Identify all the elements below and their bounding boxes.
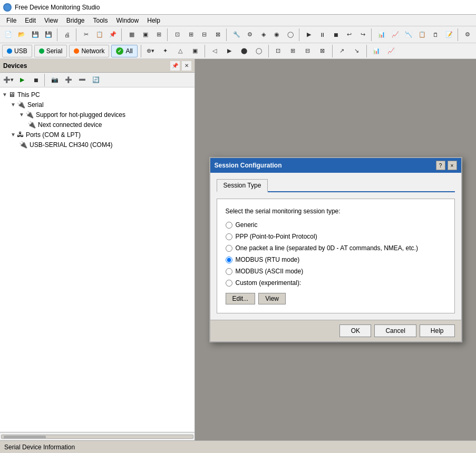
tb-btn20[interactable]: 📉 bbox=[402, 28, 415, 41]
menu-bridge[interactable]: Bridge bbox=[62, 16, 89, 25]
filter-btn15[interactable]: 📊 bbox=[370, 45, 383, 57]
add-device-dropdown[interactable]: ➕▾ bbox=[2, 74, 15, 86]
option-custom-label: Custom (experimental): bbox=[236, 279, 302, 287]
tb-btn21[interactable]: 📋 bbox=[416, 28, 429, 41]
paste-button[interactable]: 📌 bbox=[107, 28, 120, 41]
tb-btn24[interactable]: ⚙ bbox=[461, 28, 474, 41]
tb-btn15[interactable]: ⏹ bbox=[330, 28, 343, 41]
menu-view[interactable]: View bbox=[40, 16, 62, 25]
tb-btn7[interactable]: ⊠ bbox=[211, 28, 224, 41]
icon-ports: 🖧 bbox=[17, 131, 24, 139]
option-one-packet[interactable]: One packet a line (separated by 0D - AT … bbox=[226, 244, 446, 252]
ok-button[interactable]: OK bbox=[339, 324, 371, 337]
help-footer-button[interactable]: Help bbox=[420, 324, 455, 337]
tb-btn5[interactable]: ⊞ bbox=[184, 28, 197, 41]
menu-edit[interactable]: Edit bbox=[21, 16, 40, 25]
filter-usb-button[interactable]: USB bbox=[2, 45, 32, 57]
refresh-button[interactable]: 🔄 bbox=[90, 74, 102, 86]
edit-button[interactable]: Edit... bbox=[226, 293, 256, 304]
save-button[interactable]: 💾 bbox=[29, 28, 42, 41]
tree-item-usb-serial[interactable]: 🔌 USB-SERIAL CH340 (COM4) bbox=[17, 140, 195, 150]
tree-item-next-device[interactable]: 🔌 Next connected device bbox=[25, 120, 195, 130]
dialog-footer: OK Cancel Help bbox=[210, 320, 461, 341]
tb-btn3[interactable]: ⊞ bbox=[152, 28, 165, 41]
tree-scrollbar[interactable] bbox=[0, 432, 195, 440]
tb-btn14[interactable]: ⏸ bbox=[316, 28, 329, 41]
serial-icon bbox=[39, 48, 44, 54]
tb-btn12[interactable]: ◯ bbox=[284, 28, 297, 41]
pin-button[interactable]: 📌 bbox=[170, 61, 180, 71]
tb-btn23[interactable]: 📝 bbox=[443, 28, 455, 41]
cancel-button[interactable]: Cancel bbox=[374, 324, 416, 337]
filter-serial-button[interactable]: Serial bbox=[34, 45, 67, 57]
filter-btn4[interactable]: ▣ bbox=[189, 45, 201, 57]
remove-item-button[interactable]: ➖ bbox=[76, 74, 89, 86]
option-modbus-rtu[interactable]: MODBUS (RTU mode) bbox=[226, 256, 446, 263]
tb-btn16[interactable]: ↩ bbox=[343, 28, 356, 41]
open-button[interactable]: 📂 bbox=[16, 28, 28, 41]
tb-btn2[interactable]: ▣ bbox=[139, 28, 152, 41]
dialog-help-button[interactable]: ? bbox=[436, 161, 445, 170]
scroll-thumb bbox=[4, 436, 46, 439]
print-button[interactable]: 🖨 bbox=[61, 28, 74, 41]
view-button[interactable]: View bbox=[258, 293, 286, 304]
close-devices-button[interactable]: ✕ bbox=[182, 61, 191, 71]
tb-btn17[interactable]: ↪ bbox=[357, 28, 370, 41]
option-custom[interactable]: Custom (experimental): bbox=[226, 279, 446, 287]
add-item-button[interactable]: ➕ bbox=[62, 74, 75, 86]
filter-btn1[interactable]: ⊕▾ bbox=[144, 45, 157, 57]
filter-btn9[interactable]: ⊡ bbox=[272, 45, 285, 57]
tb-btn19[interactable]: 📈 bbox=[389, 28, 402, 41]
filter-btn14[interactable]: ↘ bbox=[351, 45, 363, 57]
filter-btn16[interactable]: 📈 bbox=[385, 45, 397, 57]
filter-btn2[interactable]: ✦ bbox=[159, 45, 172, 57]
menu-file[interactable]: File bbox=[2, 16, 21, 25]
tree-item-ports[interactable]: ▼ 🖧 Ports (COM & LPT) bbox=[8, 130, 195, 140]
filter-btn11[interactable]: ⊟ bbox=[302, 45, 314, 57]
tb-btn10[interactable]: ◈ bbox=[257, 28, 270, 41]
tb-btn13[interactable]: ▶ bbox=[303, 28, 316, 41]
tb-btn6[interactable]: ⊟ bbox=[198, 28, 211, 41]
status-text: Serial Device Information bbox=[4, 444, 75, 451]
tree-item-serial[interactable]: ▼ 🔌 Serial bbox=[8, 100, 195, 110]
save-all-button[interactable]: 💾 bbox=[43, 28, 55, 41]
devices-title: Devices bbox=[3, 62, 27, 70]
filter-btn7[interactable]: ⬤ bbox=[238, 45, 250, 57]
tb-btn18[interactable]: 📊 bbox=[375, 28, 388, 41]
tb-btn11[interactable]: ◉ bbox=[271, 28, 284, 41]
tree-item-this-pc[interactable]: ▼ 🖥 This PC bbox=[0, 90, 195, 100]
usb-icon bbox=[7, 48, 12, 54]
screenshot-button[interactable]: 📷 bbox=[48, 74, 61, 86]
tb-btn9[interactable]: ⚙ bbox=[244, 28, 256, 41]
arrow-ports: ▼ bbox=[11, 132, 16, 137]
dialog-close-button[interactable]: × bbox=[448, 161, 457, 170]
tb-btn1[interactable]: ▦ bbox=[125, 28, 138, 41]
start-button[interactable]: ▶ bbox=[16, 74, 28, 86]
filter-network-button[interactable]: Network bbox=[69, 45, 109, 57]
filter-btn3[interactable]: △ bbox=[174, 45, 187, 57]
filter-all-button[interactable]: ✓ All bbox=[111, 45, 137, 57]
tb-btn22[interactable]: 🗒 bbox=[429, 28, 442, 41]
option-ppp[interactable]: PPP (Point-to-Point Protocol) bbox=[226, 233, 446, 240]
tab-session-type[interactable]: Session Type bbox=[217, 179, 268, 192]
option-modbus-ascii[interactable]: MODBUS (ASCII mode) bbox=[226, 268, 446, 275]
filter-btn5[interactable]: ◁ bbox=[208, 45, 221, 57]
tb-btn4[interactable]: ⊡ bbox=[171, 28, 184, 41]
session-config-dialog: Session Configuration ? × Session Type S… bbox=[209, 157, 462, 342]
option-generic[interactable]: Generic bbox=[226, 221, 446, 229]
filter-btn10[interactable]: ⊞ bbox=[287, 45, 299, 57]
menu-tools[interactable]: Tools bbox=[89, 16, 112, 25]
new-button[interactable]: 📄 bbox=[2, 28, 15, 41]
arrow-support: ▼ bbox=[19, 112, 24, 117]
copy-button[interactable]: 📋 bbox=[93, 28, 106, 41]
filter-btn12[interactable]: ⊠ bbox=[316, 45, 329, 57]
menu-help[interactable]: Help bbox=[143, 16, 164, 25]
tree-item-support[interactable]: ▼ 🔌 Support for hot-plugged devices bbox=[17, 110, 195, 120]
stop-button[interactable]: ⏹ bbox=[30, 74, 42, 86]
tb-btn8[interactable]: 🔧 bbox=[230, 28, 243, 41]
filter-btn6[interactable]: ▶ bbox=[223, 45, 236, 57]
cut-button[interactable]: ✂ bbox=[80, 28, 93, 41]
menu-window[interactable]: Window bbox=[112, 16, 143, 25]
filter-btn8[interactable]: ◯ bbox=[252, 45, 265, 57]
filter-btn13[interactable]: ↗ bbox=[336, 45, 348, 57]
